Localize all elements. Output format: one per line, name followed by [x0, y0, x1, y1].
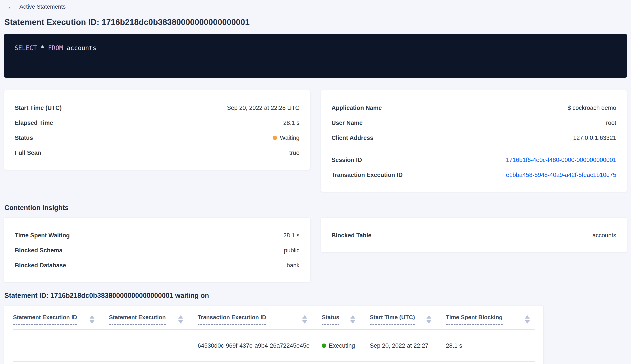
- time-spent-waiting-label: Time Spent Waiting: [15, 232, 70, 239]
- waiting-status-dot-icon: [273, 136, 277, 140]
- left-arrow-icon: ←: [8, 3, 14, 10]
- blocked-table-card: Blocked Table accounts: [321, 218, 627, 252]
- session-id-label: Session ID: [332, 157, 362, 164]
- transaction-execution-id-row: Transaction Execution ID e1bba458-5948-4…: [332, 168, 616, 182]
- application-name-value: $ cockroach demo: [568, 104, 616, 112]
- sort-arrows-icon[interactable]: [302, 315, 307, 324]
- session-id-row: Session ID 1716b1f6-4e0c-f480-0000-00000…: [332, 152, 616, 168]
- cell-statement-execution: [109, 329, 198, 361]
- session-card-divider: [332, 149, 616, 149]
- sort-arrows-icon[interactable]: [525, 315, 530, 324]
- column-header-statement-execution-id[interactable]: Statement Execution ID: [13, 306, 109, 329]
- statement-execution-details-page: ← Active Statements Statement Execution …: [0, 0, 631, 364]
- sort-arrows-icon[interactable]: [426, 315, 431, 324]
- blocked-database-row: Blocked Database bank: [15, 258, 300, 273]
- client-address-label: Client Address: [332, 134, 374, 142]
- status-row: Status Waiting: [15, 130, 300, 146]
- time-spent-waiting-value: 28.1 s: [283, 232, 300, 239]
- blocked-table-label: Blocked Table: [332, 232, 372, 239]
- user-name-value: root: [606, 120, 616, 126]
- blocked-schema-label: Blocked Schema: [15, 247, 62, 254]
- full-scan-label: Full Scan: [15, 150, 41, 156]
- sort-arrows-icon[interactable]: [178, 315, 183, 324]
- elapsed-time-value: 28.1 s: [283, 120, 300, 126]
- client-address-value: 127.0.0.1:63321: [573, 134, 616, 142]
- user-name-label: User Name: [332, 120, 363, 126]
- cell-transaction-execution-id: 64530d0c-969f-437e-a9b4-26a72245e45e: [198, 329, 322, 361]
- sql-keyword: SELECT: [14, 44, 37, 52]
- executing-status-dot-icon: [322, 344, 326, 348]
- blocked-table-row: Blocked Table accounts: [332, 228, 616, 243]
- client-address-row: Client Address 127.0.0.1:63321: [332, 130, 616, 146]
- blocked-database-label: Blocked Database: [15, 262, 66, 269]
- sort-arrows-icon[interactable]: [350, 315, 355, 324]
- blocked-schema-value: public: [284, 247, 300, 254]
- table-row: 64530d0c-969f-437e-a9b4-26a72245e45e Exe…: [13, 329, 534, 361]
- user-name-row: User Name root: [332, 116, 616, 130]
- status-value: Waiting: [273, 134, 300, 142]
- blocked-table-value: accounts: [592, 232, 616, 239]
- column-header-transaction-execution-id[interactable]: Transaction Execution ID: [198, 306, 322, 329]
- blocked-schema-row: Blocked Schema public: [15, 243, 300, 258]
- contention-details-card: Time Spent Waiting 28.1 s Blocked Schema…: [4, 218, 310, 282]
- waiting-on-table: Statement Execution ID Statement Executi…: [13, 306, 534, 362]
- start-time-label: Start Time (UTC): [15, 104, 62, 112]
- details-cards-row: Start Time (UTC) Sep 20, 2022 at 22:28 U…: [4, 90, 627, 192]
- contention-insights-heading: Contention Insights: [4, 204, 627, 212]
- sql-statement-box: SELECT * FROM accounts: [4, 34, 627, 78]
- sql-keyword: FROM: [48, 44, 63, 52]
- page-title: Statement Execution ID: 1716b218dc0b3838…: [4, 18, 627, 27]
- application-name-label: Application Name: [332, 104, 382, 112]
- column-header-status[interactable]: Status: [322, 306, 370, 329]
- execution-details-card: Start Time (UTC) Sep 20, 2022 at 22:28 U…: [4, 90, 310, 170]
- transaction-execution-id-label: Transaction Execution ID: [332, 172, 403, 178]
- waiting-on-heading: Statement ID: 1716b218dc0b38380000000000…: [4, 292, 627, 300]
- elapsed-time-row: Elapsed Time 28.1 s: [15, 116, 300, 130]
- time-spent-waiting-row: Time Spent Waiting 28.1 s: [15, 228, 300, 243]
- transaction-execution-id-link[interactable]: e1bba458-5948-40a9-a42f-5feac1b10e75: [506, 172, 616, 178]
- start-time-value: Sep 20, 2022 at 22:28 UTC: [227, 104, 300, 112]
- cell-start-time: Sep 20, 2022 at 22:27: [370, 329, 446, 361]
- cell-time-spent-blocking: 28.1 s: [446, 329, 534, 361]
- full-scan-row: Full Scan true: [15, 146, 300, 160]
- blocked-database-value: bank: [286, 262, 300, 269]
- start-time-row: Start Time (UTC) Sep 20, 2022 at 22:28 U…: [15, 100, 300, 116]
- table-header-row: Statement Execution ID Statement Executi…: [13, 306, 534, 329]
- sql-identifier: accounts: [67, 44, 96, 52]
- cell-status: Executing: [322, 329, 370, 361]
- application-name-row: Application Name $ cockroach demo: [332, 100, 616, 116]
- elapsed-time-label: Elapsed Time: [15, 120, 53, 126]
- status-label: Status: [15, 134, 33, 142]
- column-header-time-spent-blocking[interactable]: Time Spent Blocking: [446, 306, 534, 329]
- sort-arrows-icon[interactable]: [90, 315, 94, 324]
- waiting-on-table-card: Statement Execution ID Statement Executi…: [4, 305, 544, 364]
- sql-operator: *: [40, 44, 44, 52]
- cell-statement-execution-id: [13, 329, 109, 361]
- full-scan-value: true: [289, 150, 300, 156]
- session-id-link[interactable]: 1716b1f6-4e0c-f480-0000-000000000001: [506, 157, 616, 164]
- session-details-card: Application Name $ cockroach demo User N…: [321, 90, 627, 192]
- back-to-active-statements-link[interactable]: ← Active Statements: [8, 3, 66, 10]
- column-header-start-time[interactable]: Start Time (UTC): [370, 306, 446, 329]
- contention-cards-row: Time Spent Waiting 28.1 s Blocked Schema…: [4, 218, 627, 282]
- column-header-statement-execution[interactable]: Statement Execution: [109, 306, 198, 329]
- breadcrumb-label: Active Statements: [20, 3, 66, 10]
